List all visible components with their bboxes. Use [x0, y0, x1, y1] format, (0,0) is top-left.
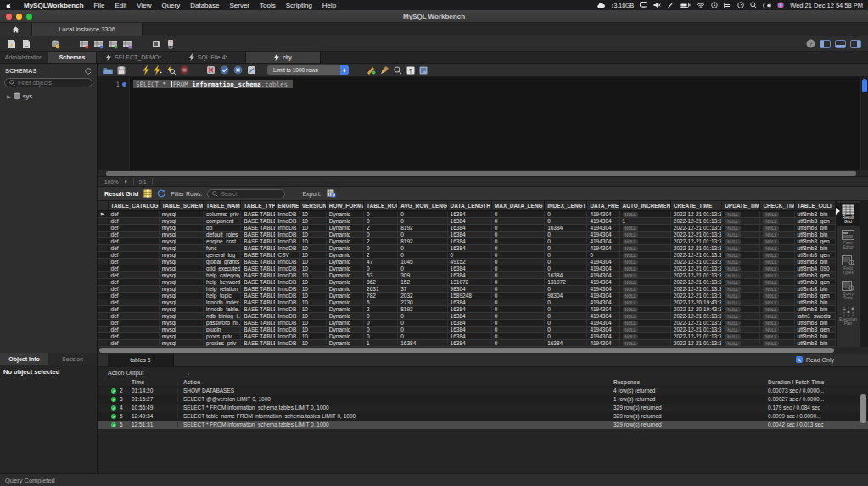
grid-cell[interactable]: 10 [299, 224, 326, 231]
grid-cell[interactable]: 2 [364, 224, 398, 231]
grid-cell[interactable]: NULL [619, 265, 670, 271]
grid-cell[interactable]: component [204, 217, 241, 224]
open-script-button[interactable] [21, 39, 31, 49]
grid-cell[interactable]: db [204, 224, 241, 231]
grid-cell[interactable]: def [108, 265, 159, 271]
grid-cell[interactable]: proxies_priv [204, 339, 241, 346]
grid-row[interactable]: defmysqlglobal_grantsBASE TABLEInnoDB10D… [98, 258, 836, 265]
grid-cell[interactable]: 16384 [447, 319, 491, 326]
chevron-right-icon[interactable]: ▶ [7, 93, 11, 99]
grid-cell[interactable]: utf8mb3_gen [794, 251, 835, 258]
beautify-query-button[interactable] [366, 65, 376, 75]
panel-item-form-editor[interactable]: FormEditor [837, 228, 860, 251]
grid-cell[interactable]: NULL [619, 326, 670, 332]
grid-cell[interactable]: 2022-12-21 01:13:39 [670, 278, 721, 285]
grid-cell[interactable]: 0 [364, 265, 398, 271]
grid-cell[interactable]: 0 [545, 312, 587, 319]
menu-edit[interactable]: Edit [115, 2, 126, 9]
grid-column-header[interactable]: VERSION [299, 201, 326, 210]
grid-cell[interactable]: def [108, 299, 159, 305]
grid-cell[interactable]: utf8mb3_bin [794, 299, 835, 305]
grid-cell[interactable]: 0 [545, 332, 587, 339]
grid-cell[interactable]: NULL [619, 312, 670, 319]
grid-cell[interactable]: 2022-12-21 01:13:39 [670, 319, 721, 326]
grid-cell[interactable]: InnoDB [275, 305, 299, 312]
schema-filter-input[interactable]: Filter objects [4, 78, 92, 87]
grid-cell[interactable]: mysql [159, 271, 203, 278]
grid-cell[interactable]: 10 [299, 271, 326, 278]
grid-row[interactable]: defmysqlhelp_relationBASE TABLEInnoDB10D… [98, 285, 836, 292]
panel-item-field-types[interactable]: FieldTypes [837, 254, 860, 277]
grid-cell[interactable]: Dynamic [326, 326, 363, 332]
grid-cell[interactable]: engine_cost [204, 237, 241, 244]
grid-cell[interactable]: utf8mb3_bin [794, 244, 835, 251]
grid-cell[interactable]: BASE TABLE [241, 285, 275, 292]
grid-cell[interactable]: 4194304 [587, 231, 619, 237]
grid-cell[interactable]: 0 [491, 258, 544, 265]
grid-cell[interactable]: 47 [364, 258, 398, 265]
editor-vertical-scrollbar[interactable] [860, 77, 868, 170]
grid-cell[interactable]: InnoDB [275, 278, 299, 285]
grid-cell[interactable]: 2022-12-21 01:13:39 [670, 332, 721, 339]
row-selector[interactable] [98, 285, 108, 292]
grid-cell[interactable]: 4194304 [587, 224, 619, 231]
wifi-icon[interactable] [697, 3, 705, 8]
grid-cell[interactable]: 0 [491, 312, 544, 319]
grid-cell[interactable]: 10 [299, 292, 326, 299]
grid-cell[interactable]: NULL [760, 299, 794, 305]
sql-editor[interactable]: 1 SELECT * FROM information_schema.table… [98, 77, 868, 170]
grid-cell[interactable]: BASE TABLE [241, 217, 275, 224]
grid-row[interactable]: defmysqlhelp_categoryBASE TABLEInnoDB10D… [98, 271, 836, 278]
grid-cell[interactable]: 0 [545, 265, 587, 271]
grid-cell[interactable]: 10 [299, 278, 326, 285]
grid-cell[interactable]: NULL [760, 217, 794, 224]
grid-column-header[interactable]: TABLE_ROWS [364, 201, 398, 210]
grid-cell[interactable]: NULL [760, 251, 794, 258]
grid-cell[interactable]: NULL [619, 237, 670, 244]
grid-row[interactable]: defmysqlinnodb_table...BASE TABLEInnoDB1… [98, 305, 836, 312]
grid-cell[interactable]: 10 [299, 210, 326, 217]
grid-cell[interactable]: def [108, 278, 159, 285]
grid-cell[interactable]: 4194304 [587, 326, 619, 332]
tab-city[interactable]: city [246, 52, 321, 63]
grid-cell[interactable]: 16384 [447, 271, 491, 278]
grid-cell[interactable]: NULL [619, 258, 670, 265]
grid-column-header[interactable]: UPDATE_TIME [722, 201, 760, 210]
grid-cell[interactable]: 782 [364, 292, 398, 299]
menu-server[interactable]: Server [229, 2, 249, 9]
grid-cell[interactable]: InnoDB [275, 224, 299, 231]
grid-cell[interactable]: InnoDB [275, 265, 299, 271]
grid-cell[interactable]: 0 [491, 251, 544, 258]
grid-cell[interactable]: NULL [722, 271, 760, 278]
row-selector[interactable]: ▶ [98, 210, 108, 217]
grid-cell[interactable]: ndb_binlog_i... [204, 312, 241, 319]
commit-button[interactable] [220, 65, 229, 75]
grid-column-header[interactable]: TABLE_NAME [204, 201, 241, 210]
grid-cell[interactable]: mysql [159, 299, 203, 305]
grid-cell[interactable]: NULL [760, 305, 794, 312]
rollback-button[interactable] [233, 65, 243, 75]
grid-cell[interactable]: 0 [447, 251, 491, 258]
grid-cell[interactable]: 0 [491, 339, 544, 346]
grid-cell[interactable]: 8192 [398, 237, 447, 244]
toggle-autocommit-button[interactable] [206, 65, 216, 75]
grid-cell[interactable]: 0 [545, 326, 587, 332]
grid-cell[interactable]: 0 [491, 217, 544, 224]
grid-column-header[interactable]: TABLE_SCHEMA [159, 201, 203, 210]
grid-cell[interactable]: 2022-12-21 01:13:39 [670, 326, 721, 332]
grid-cell[interactable]: def [108, 285, 159, 292]
grid-cell[interactable]: BASE TABLE [241, 271, 275, 278]
grid-column-header[interactable]: AVG_ROW_LENGTH [398, 201, 447, 210]
grid-cell[interactable]: def [108, 231, 159, 237]
grid-cell[interactable]: def [108, 326, 159, 332]
grid-cell[interactable]: 4194304 [587, 285, 619, 292]
grid-cell[interactable]: 16384 [447, 224, 491, 231]
grid-cell[interactable]: 2022-12-21 01:13:39 [670, 210, 721, 217]
row-selector[interactable] [98, 271, 108, 278]
grid-cell[interactable]: columns_priv [204, 210, 241, 217]
grid-cell[interactable]: 4194304 [587, 319, 619, 326]
tab-session[interactable]: Session [48, 353, 97, 365]
grid-cell[interactable]: 4194304 [587, 244, 619, 251]
scrollbar-thumb[interactable] [862, 79, 867, 92]
grid-cell[interactable]: 2 [364, 251, 398, 258]
